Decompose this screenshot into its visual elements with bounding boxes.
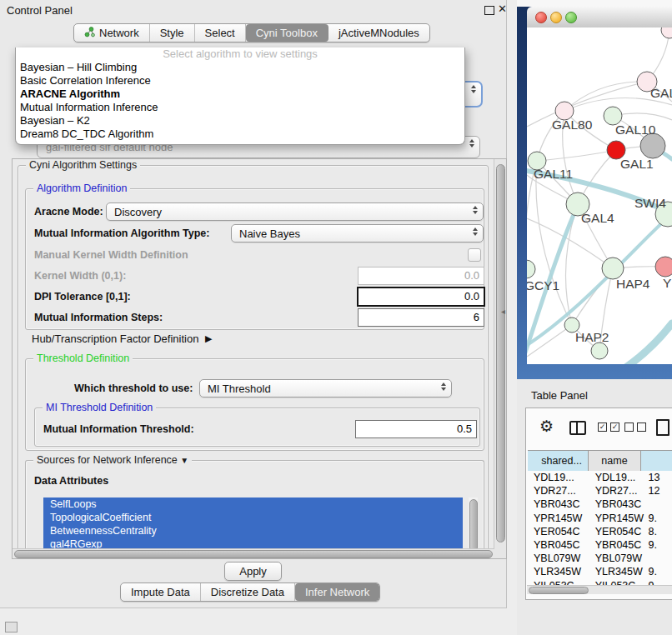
network-view-window[interactable]: GALGAL80GAL10GAL1GAL11SWI4GAL4GCY1HAP4YH… [527, 7, 672, 364]
network-node[interactable] [527, 260, 535, 278]
combo-spinner-icon [473, 206, 478, 214]
table-cell: YIL053C [528, 579, 591, 586]
control-panel-titlebar: Control Panel ✕ [0, 0, 506, 20]
minimize-traffic-light-icon[interactable] [550, 12, 562, 23]
mi-threshold-field[interactable]: 0.5 [355, 420, 477, 438]
settings-horizontal-scrollbar[interactable] [13, 548, 494, 558]
which-threshold-label: Which threshold to use: [74, 382, 193, 394]
kernel-width-field[interactable]: 0.0 [358, 267, 484, 285]
network-edge-thick[interactable] [617, 323, 672, 364]
combo-spinner-icon [473, 228, 478, 236]
table-row[interactable]: YDR27...YDR27...12 [528, 484, 672, 498]
network-node[interactable] [591, 342, 608, 359]
threshold-definition-group: Threshold Definition Which threshold to … [25, 358, 484, 451]
table-cell: YBR043C [591, 498, 646, 511]
tab-infer-network[interactable]: Infer Network [295, 583, 379, 601]
algorithm-combo-right-end[interactable] [464, 81, 483, 108]
table-row[interactable]: YDL19...YDL19...13 [528, 471, 672, 484]
table-cell: YLR345W [591, 565, 646, 578]
list-scrollbar[interactable] [469, 498, 478, 553]
tab-cyni-toolbox[interactable]: Cyni Toolbox [246, 24, 328, 42]
close-traffic-light-icon[interactable] [535, 12, 547, 23]
network-graph-icon [84, 27, 95, 40]
attribute-item[interactable]: TopologicalCoefficient [43, 511, 463, 524]
zoom-traffic-light-icon[interactable] [565, 12, 577, 23]
algorithm-option[interactable]: Basic Correlation Inference [16, 74, 464, 88]
node-label: GAL80 [552, 118, 593, 132]
table-row[interactable]: YLR345WYLR345W9. [528, 565, 672, 578]
tab-discretize-data[interactable]: Discretize Data [201, 583, 295, 601]
table-panel-area: Table Panel ⚙ ✓✓ shared... name YDL19...… [517, 379, 672, 635]
manual-kernel-width-checkbox[interactable] [468, 248, 481, 262]
settings-vertical-scrollbar[interactable] [494, 159, 506, 558]
table-cell: YIL053C [591, 579, 646, 586]
node-label: GAL1 [620, 157, 654, 171]
split-columns-icon[interactable] [569, 421, 586, 435]
cyni-settings-scrollpane: Cyni Algorithm Settings Algorithm Defini… [12, 158, 507, 559]
network-node[interactable] [640, 133, 665, 158]
table-row[interactable]: YER054CYER054C8. [528, 525, 672, 538]
algorithm-option[interactable]: ARACNE Algorithm [16, 88, 464, 101]
table-cell: 13 [646, 471, 672, 484]
table-row[interactable]: YBR043CYBR043C [528, 498, 672, 511]
float-panel-icon[interactable] [484, 6, 494, 15]
table-row[interactable]: YPR145WYPR145W9. [528, 512, 672, 525]
unchecked-pair-icon[interactable] [624, 422, 646, 432]
dpi-tolerance-field[interactable]: 0.0 [357, 287, 485, 307]
combo-spinner-icon [471, 85, 476, 93]
network-node[interactable] [655, 257, 672, 277]
algorithm-option[interactable]: Bayesian – K2 [16, 114, 464, 128]
table-cell: 9. [646, 512, 672, 525]
column-header-shared-name[interactable]: shared... [528, 451, 589, 471]
hub-section-header[interactable]: Hub/Transcription Factor Definition ▶ [32, 332, 208, 345]
table-cell: YPR145W [528, 512, 591, 525]
settings-hscroll-thumb[interactable] [14, 550, 493, 558]
close-icon[interactable]: ✕ [498, 2, 507, 15]
algorithm-option[interactable]: Dream8 DC_TDC Algorithm [16, 128, 464, 141]
apply-button[interactable]: Apply [224, 562, 282, 581]
attribute-item[interactable]: SelfLoops [43, 498, 463, 511]
tab-style[interactable]: Style [150, 24, 195, 42]
data-attributes-list[interactable]: SelfLoopsTopologicalCoefficientBetweenne… [43, 498, 463, 553]
algorithm-option[interactable]: Bayesian – Hill Climbing [16, 61, 464, 74]
table-row[interactable]: YBR045CYBR045C9. [528, 538, 672, 552]
network-canvas[interactable]: GALGAL80GAL10GAL1GAL11SWI4GAL4GCY1HAP4YH… [527, 28, 672, 364]
algorithm-definition-group: Algorithm Definition Aracne Mode: Discov… [25, 188, 484, 330]
algorithm-option[interactable]: Mutual Information Inference [16, 101, 464, 114]
table-horizontal-scrollbar[interactable] [527, 585, 672, 594]
checked-pair-icon[interactable]: ✓✓ [598, 422, 619, 432]
tab-select[interactable]: Select [195, 24, 246, 42]
network-node[interactable] [661, 28, 672, 38]
table-row[interactable]: YBL079WYBL079W [528, 552, 672, 565]
table-cell: YDR27... [591, 484, 646, 498]
column-header-name[interactable]: name [589, 451, 641, 471]
table-row[interactable]: YIL053CYIL053C9. [528, 579, 672, 586]
tab-label: Network [99, 27, 139, 39]
network-window-titlebar[interactable] [527, 7, 672, 28]
mi-steps-field[interactable]: 6 [358, 308, 484, 327]
combo-spinner-icon [441, 382, 446, 391]
collapsed-panel-grip[interactable] [5, 622, 18, 632]
document-icon[interactable] [656, 419, 669, 436]
tab-jactivemnodules[interactable]: jActiveMNodules [328, 24, 429, 42]
splitter-collapse-icon[interactable]: ◂ [501, 307, 505, 316]
table-cell: 12 [646, 484, 672, 498]
tab-impute-data[interactable]: Impute Data [121, 583, 201, 601]
gear-icon[interactable]: ⚙ [539, 417, 554, 436]
cyni-mode-tabs: Impute Data Discretize Data Infer Networ… [120, 582, 380, 602]
which-threshold-combo[interactable]: MI Threshold [199, 379, 452, 398]
attribute-item[interactable]: BetweennessCentrality [43, 524, 463, 538]
column-header-cut[interactable] [641, 451, 672, 471]
table-cell: 9. [646, 538, 672, 552]
control-panel-window: Control Panel ✕ Network Style Select Cyn… [0, 0, 507, 608]
aracne-mode-combo[interactable]: Discovery [106, 202, 484, 221]
mi-algorithm-type-combo[interactable]: Naive Bayes [231, 224, 484, 242]
network-edge[interactable] [537, 150, 616, 161]
table-cell: YDL19... [528, 471, 591, 484]
tab-network[interactable]: Network [74, 24, 150, 42]
list-scrollbar-thumb[interactable] [469, 499, 478, 552]
table-hscroll-thumb[interactable] [529, 587, 589, 594]
table-cell: YBL079W [528, 552, 591, 565]
settings-vscroll-thumb[interactable] [496, 164, 505, 542]
mi-threshold-definition-group: MI Threshold Definition Mutual Informati… [34, 408, 480, 447]
